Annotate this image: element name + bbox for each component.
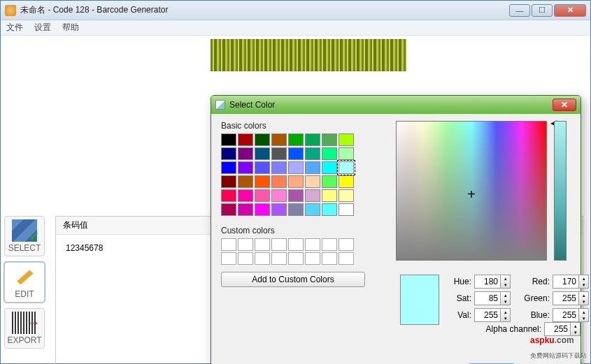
custom-swatch[interactable] [255, 252, 270, 265]
dialog-close-button[interactable]: ✕ [553, 99, 576, 111]
custom-swatch[interactable] [339, 252, 354, 265]
val-spinner[interactable] [501, 308, 511, 322]
watermark: aspku.com 免费网站源码下载站 [530, 332, 587, 361]
basic-color-swatch[interactable] [271, 161, 287, 174]
custom-swatch[interactable] [339, 238, 354, 251]
basic-color-swatch[interactable] [322, 203, 337, 216]
basic-color-swatch[interactable] [322, 133, 337, 146]
blue-spinner[interactable] [579, 308, 589, 322]
basic-color-swatch[interactable] [255, 147, 270, 160]
menu-settings[interactable]: 设置 [34, 22, 51, 34]
basic-color-swatch[interactable] [238, 175, 253, 188]
side-edit-button[interactable]: EDIT [4, 262, 45, 303]
basic-color-swatch[interactable] [288, 133, 304, 146]
basic-color-swatch[interactable] [221, 147, 236, 160]
custom-swatch[interactable] [288, 238, 304, 251]
side-select-button[interactable]: SELECT [4, 216, 45, 256]
sat-spinner[interactable] [501, 291, 511, 305]
custom-swatch[interactable] [221, 252, 236, 265]
basic-color-swatch[interactable] [288, 175, 304, 188]
basic-color-swatch[interactable] [255, 161, 270, 174]
basic-color-swatch[interactable] [288, 147, 304, 160]
basic-color-swatch[interactable] [339, 133, 354, 146]
green-spinner[interactable] [579, 291, 589, 305]
basic-color-swatch[interactable] [305, 133, 320, 146]
basic-color-swatch[interactable] [271, 189, 287, 202]
basic-color-swatch[interactable] [288, 161, 304, 174]
green-input[interactable]: 255 [553, 291, 579, 305]
minimize-button[interactable]: — [509, 4, 530, 17]
sat-input[interactable]: 85 [474, 291, 501, 305]
menu-help[interactable]: 帮助 [62, 22, 79, 34]
basic-color-swatch[interactable] [305, 175, 320, 188]
basic-color-swatch[interactable] [271, 175, 287, 188]
basic-color-swatch[interactable] [322, 147, 337, 160]
basic-color-swatch[interactable] [271, 203, 287, 216]
side-select-label: SELECT [8, 243, 41, 253]
basic-color-swatch[interactable] [221, 175, 236, 188]
watermark-brand: aspku [530, 335, 555, 345]
basic-color-swatch[interactable] [271, 147, 287, 160]
basic-color-swatch[interactable] [238, 203, 253, 216]
custom-swatch[interactable] [238, 238, 253, 251]
hue-input[interactable]: 180 [474, 275, 501, 289]
side-export-label: EXPORT [7, 335, 41, 345]
basic-color-swatch[interactable] [238, 133, 253, 146]
title-bar[interactable]: 未命名 - Code 128 - Barcode Generator — ☐ [1, 1, 590, 20]
basic-color-swatch[interactable] [339, 175, 354, 188]
main-window: 未命名 - Code 128 - Barcode Generator — ☐ 文… [0, 0, 591, 364]
window-buttons: — ☐ [508, 4, 586, 17]
custom-swatch[interactable] [238, 252, 253, 265]
custom-swatch[interactable] [305, 238, 320, 251]
red-input[interactable]: 170 [553, 275, 579, 289]
custom-swatch[interactable] [271, 252, 287, 265]
custom-swatch[interactable] [322, 252, 337, 265]
barcode-preview [211, 39, 406, 71]
basic-color-swatch[interactable] [339, 147, 354, 160]
red-spinner[interactable] [579, 275, 589, 289]
basic-color-swatch[interactable] [238, 161, 253, 174]
basic-color-swatch[interactable] [221, 203, 236, 216]
custom-swatch[interactable] [305, 252, 320, 265]
hue-spinner[interactable] [501, 275, 511, 289]
basic-color-swatch[interactable] [339, 161, 354, 174]
basic-color-swatch[interactable] [255, 175, 270, 188]
basic-color-swatch[interactable] [305, 147, 320, 160]
dialog-title-bar[interactable]: Select Color ✕ [211, 96, 581, 114]
basic-color-swatch[interactable] [221, 161, 236, 174]
basic-color-swatch[interactable] [339, 189, 354, 202]
basic-color-swatch[interactable] [271, 133, 287, 146]
side-export-button[interactable]: EXPORT [4, 308, 45, 349]
menu-file[interactable]: 文件 [6, 22, 23, 34]
hue-slider[interactable] [554, 121, 567, 261]
basic-color-swatch[interactable] [288, 189, 304, 202]
add-custom-color-button[interactable]: Add to Custom Colors [221, 272, 365, 287]
basic-color-swatch[interactable] [255, 189, 270, 202]
close-button[interactable] [554, 4, 586, 17]
custom-swatch[interactable] [255, 238, 270, 251]
custom-swatch[interactable] [322, 238, 337, 251]
basic-color-swatch[interactable] [305, 189, 320, 202]
basic-color-swatch[interactable] [238, 189, 253, 202]
custom-swatch[interactable] [271, 238, 287, 251]
basic-color-swatch[interactable] [305, 203, 320, 216]
val-input[interactable]: 255 [474, 308, 501, 322]
color-gradient-picker[interactable] [396, 121, 547, 261]
side-edit-label: EDIT [15, 289, 34, 299]
custom-swatch[interactable] [288, 252, 304, 265]
basic-color-swatch[interactable] [322, 175, 337, 188]
basic-color-swatch[interactable] [221, 133, 236, 146]
basic-color-swatch[interactable] [322, 161, 337, 174]
basic-color-swatch[interactable] [288, 203, 304, 216]
basic-color-swatch[interactable] [255, 203, 270, 216]
basic-color-swatch[interactable] [221, 189, 236, 202]
basic-color-swatch[interactable] [305, 161, 320, 174]
basic-color-swatch[interactable] [322, 189, 337, 202]
barcode-value-text[interactable]: 12345678 [66, 243, 103, 253]
custom-swatch[interactable] [221, 238, 236, 251]
basic-color-swatch[interactable] [255, 133, 270, 146]
basic-color-swatch[interactable] [238, 147, 253, 160]
maximize-button[interactable]: ☐ [532, 4, 553, 17]
blue-input[interactable]: 255 [553, 308, 579, 322]
basic-color-swatch[interactable] [339, 203, 354, 216]
